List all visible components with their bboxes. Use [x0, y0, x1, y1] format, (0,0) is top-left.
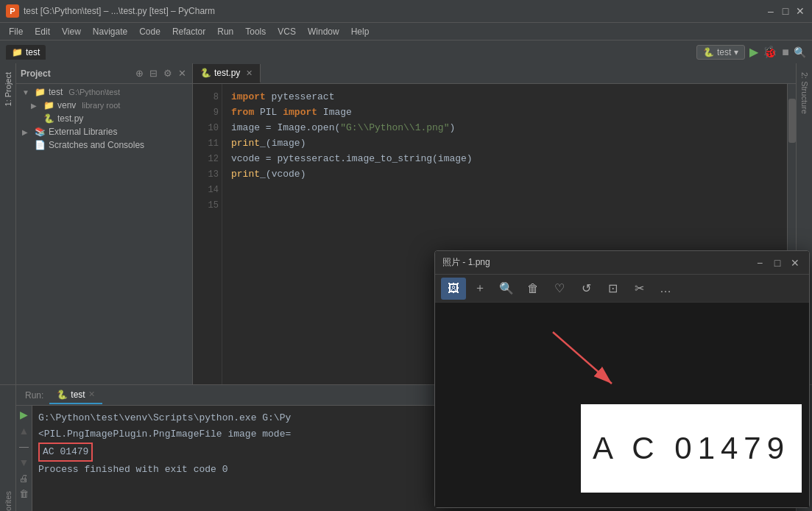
tree-label: test.py — [57, 113, 83, 124]
rerun-button[interactable]: ▶ — [20, 409, 28, 420]
captcha-display: A C 01479 — [581, 404, 802, 493]
photo-tool-crop[interactable]: ⊡ — [600, 278, 625, 300]
run-tab-test[interactable]: 🐍 test ✕ — [49, 387, 102, 404]
photo-tool-zoom[interactable]: 🔍 — [494, 278, 519, 300]
titlebar: P test [G:\Python\test] – ...\test.py [t… — [0, 0, 812, 22]
line-num-11: 11 — [196, 136, 219, 152]
photo-title: 照片 - 1.png — [442, 256, 753, 269]
photo-maximize-btn[interactable]: □ — [771, 257, 784, 269]
run-tab-close[interactable]: ✕ — [88, 390, 95, 399]
code-line-10: image = Image.open("G:\\Python\\1.png") — [231, 121, 778, 136]
lib-icon: 📚 — [34, 127, 46, 137]
titlebar-controls[interactable]: – □ ✕ — [765, 5, 806, 17]
line-num-15: 15 — [196, 198, 219, 214]
menubar: File Edit View Navigate Code Refactor Ru… — [0, 22, 812, 40]
down-button[interactable]: ▼ — [19, 457, 29, 468]
run-button[interactable]: ▶ — [749, 45, 758, 59]
photo-close-btn[interactable]: ✕ — [788, 257, 802, 269]
line-num-9: 9 — [196, 105, 219, 121]
project-tab-icon: 📁 — [12, 47, 23, 57]
photo-tool-add[interactable]: ＋ — [467, 278, 493, 300]
run-tab-label: test — [71, 390, 85, 400]
tree-item-venv[interactable]: ▶ 📁 venv library root — [16, 99, 192, 112]
debug-button[interactable]: 🐞 — [763, 45, 777, 59]
code-line-11: print_(image) — [231, 136, 778, 152]
svg-line-1 — [553, 332, 612, 384]
photo-tool-delete[interactable]: 🗑 — [520, 278, 546, 300]
project-sidebar: Project ⊕ ⊟ ⚙ ✕ ▼ 📁 test G:\Python\test … — [16, 63, 193, 384]
menu-help[interactable]: Help — [345, 25, 375, 38]
code-line-8: import pytesseract — [231, 90, 778, 105]
photo-tool-favorite[interactable]: ♡ — [547, 278, 572, 300]
scratch-icon: 📄 — [34, 140, 46, 150]
tree-item-scratches[interactable]: 📄 Scratches and Consoles — [16, 138, 192, 152]
left-panel-strip: 1: Project — [0, 63, 16, 384]
photo-tool-more[interactable]: … — [653, 278, 678, 300]
menu-navigate[interactable]: Navigate — [87, 25, 133, 38]
run-toolbar: ▶ ▲ — ▼ 🖨 🗑 — [16, 406, 32, 511]
menu-tools[interactable]: Tools — [239, 25, 272, 38]
print-button[interactable]: 🖨 — [19, 473, 29, 484]
sidebar-collapse-btn[interactable]: ⊟ — [148, 66, 159, 80]
trash-button[interactable]: 🗑 — [19, 488, 29, 499]
line-num-13: 13 — [196, 167, 219, 183]
photo-tool-rotate[interactable]: ↺ — [573, 278, 599, 300]
chevron-icon: ▶ — [31, 102, 40, 110]
pycharm-logo: P — [6, 4, 19, 18]
tree-item-test-root[interactable]: ▼ 📁 test G:\Python\test — [16, 85, 192, 99]
menu-edit[interactable]: Edit — [29, 25, 56, 38]
project-tab[interactable]: 📁 test — [6, 45, 46, 60]
photo-tool-image[interactable]: 🖼 — [441, 278, 466, 300]
folder-icon: 📁 — [43, 100, 54, 110]
close-button[interactable]: ✕ — [794, 5, 806, 17]
chevron-icon: ▶ — [22, 128, 31, 136]
menu-refactor[interactable]: Refactor — [166, 25, 211, 38]
chevron-icon: ▼ — [22, 88, 31, 96]
run-config-selector[interactable]: 🐍 test ▾ — [696, 45, 745, 60]
up-button[interactable]: ▲ — [19, 425, 29, 437]
run-label: Run: — [19, 390, 49, 401]
menu-vcs[interactable]: VCS — [272, 25, 302, 38]
folder-icon: 📁 — [34, 87, 46, 97]
toolbar-right: 🐍 test ▾ ▶ 🐞 ■ 🔍 — [696, 45, 806, 60]
tree-item-testpy[interactable]: 🐍 test.py — [16, 112, 192, 125]
sidebar-gear-btn[interactable]: ⚙ — [162, 66, 174, 80]
captcha-output: AC 01479 — [38, 443, 93, 462]
editor-tab-testpy[interactable]: 🐍 test.py ✕ — [193, 64, 261, 83]
sidebar-title: Project — [21, 68, 131, 79]
project-panel-label[interactable]: 1: Project — [2, 66, 14, 112]
tree-label: venv — [57, 100, 76, 110]
minimize-button[interactable]: – — [765, 5, 777, 17]
menu-window[interactable]: Window — [302, 25, 345, 38]
favorites-label[interactable]: 2: Favorites — [2, 485, 14, 511]
run-config-icon: 🐍 — [703, 47, 714, 57]
photo-tool-scissors[interactable]: ✂ — [626, 278, 652, 300]
menu-file[interactable]: File — [3, 25, 29, 38]
maximize-button[interactable]: □ — [780, 5, 791, 17]
stop-button[interactable]: ■ — [782, 46, 789, 59]
project-tab-label: test — [26, 47, 40, 57]
code-line-9: from PIL import Image — [231, 105, 778, 121]
menu-code[interactable]: Code — [133, 25, 166, 38]
menu-run[interactable]: Run — [211, 25, 239, 38]
run-config-label: test — [717, 47, 731, 57]
run-tab-icon: 🐍 — [57, 390, 68, 400]
structure-panel-label[interactable]: 2: Structure — [799, 66, 811, 120]
search-button[interactable]: 🔍 — [794, 46, 806, 58]
sidebar-toolbar: Project ⊕ ⊟ ⚙ ✕ — [16, 63, 192, 84]
tree-item-ext-libs[interactable]: ▶ 📚 External Libraries — [16, 125, 192, 138]
photo-minimize-btn[interactable]: − — [753, 257, 766, 269]
sidebar-close-btn[interactable]: ✕ — [177, 66, 188, 80]
code-line-15 — [231, 198, 778, 214]
editor-tabs: 🐍 test.py ✕ — [193, 63, 796, 84]
menu-view[interactable]: View — [56, 25, 87, 38]
line-num-14: 14 — [196, 183, 219, 198]
titlebar-left: P test [G:\Python\test] – ...\test.py [t… — [6, 4, 215, 18]
photo-viewer: 照片 - 1.png − □ ✕ 🖼 ＋ 🔍 🗑 ♡ ↺ ⊡ ✂ … A C 0 — [434, 250, 810, 508]
file-tab-icon: 🐍 — [200, 68, 211, 78]
sidebar-sync-btn[interactable]: ⊕ — [134, 66, 145, 80]
scrollbar-thumb — [788, 99, 796, 143]
tab-close-button[interactable]: ✕ — [246, 68, 253, 78]
tree-label: External Libraries — [49, 127, 117, 137]
line-num-10: 10 — [196, 121, 219, 136]
